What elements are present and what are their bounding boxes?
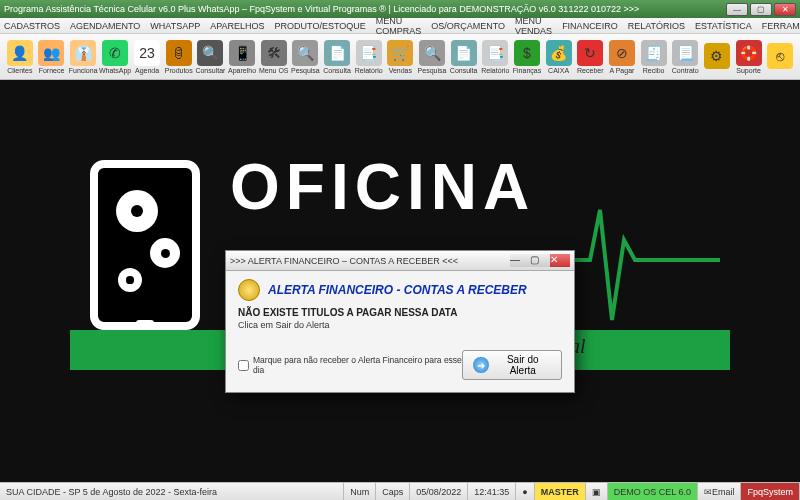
- exit-alert-label: Sair do Alerta: [495, 354, 551, 376]
- toolbar-btn-whatsapp[interactable]: ✆WhatsApp: [99, 36, 131, 78]
- menu-estatistica[interactable]: ESTATÍSTICA: [695, 21, 752, 31]
- toolbar-label: Fornece: [39, 67, 65, 74]
- menu-produto-estoque[interactable]: PRODUTO/ESTOQUE: [275, 21, 366, 31]
- suppress-alert-checkbox[interactable]: Marque para não receber o Alerta Finance…: [238, 355, 462, 375]
- CAIXA-icon: 💰: [546, 40, 572, 66]
- WhatsApp-icon: ✆: [102, 40, 128, 66]
- toolbar-btn-consultar[interactable]: 🔍Consultar: [195, 36, 227, 78]
- toolbar-label: Contrato: [672, 67, 699, 74]
- menu-relatorios[interactable]: RELATÓRIOS: [628, 21, 685, 31]
- Vendas-icon: 🛒: [387, 40, 413, 66]
- toolbar-btn-fornece[interactable]: 👥Fornece: [36, 36, 68, 78]
- phone-gear-icon: [90, 160, 200, 330]
- menu-ferramentas[interactable]: FERRAMENTAS: [762, 21, 800, 31]
- dialog-close-button[interactable]: ✕: [550, 254, 570, 267]
- toolbar-label: CAIXA: [548, 67, 569, 74]
- menu-os-orcamento[interactable]: OS/ORÇAMENTO: [431, 21, 505, 31]
- toolbar-btn-produtos[interactable]: 🛢Produtos: [163, 36, 195, 78]
- dialog-message-main: NÃO EXISTE TITULOS A PAGAR NESSA DATA: [238, 307, 562, 318]
- toolbar-btn-consulta[interactable]: 📄Consulta: [448, 36, 480, 78]
- toolbar-label: Vendas: [389, 67, 412, 74]
- toolbar-btn-a pagar[interactable]: ⊘A Pagar: [606, 36, 638, 78]
- toolbar-label: Relatório: [355, 67, 383, 74]
- close-button[interactable]: ✕: [774, 3, 796, 16]
- menu-financeiro[interactable]: FINANCEIRO: [562, 21, 618, 31]
- toolbar-btn-relatório[interactable]: 📑Relatório: [353, 36, 385, 78]
- status-db-icon: ▣: [586, 483, 608, 500]
- exit-alert-button[interactable]: ➜ Sair do Alerta: [462, 350, 562, 380]
- toolbar-label: Pesquisa: [418, 67, 447, 74]
- Agenda-icon: 23: [134, 40, 160, 66]
- window-title: Programa Assistência Técnica Celular v6.…: [4, 4, 726, 14]
- Produtos-icon: 🛢: [166, 40, 192, 66]
- toolbar-btn-consulta[interactable]: 📄Consulta: [321, 36, 353, 78]
- toolbar-label: Funciona: [69, 67, 98, 74]
- status-fpqsystem[interactable]: FpqSystem: [741, 483, 800, 500]
- toolbar-btn-finanças[interactable]: $Finanças: [511, 36, 543, 78]
- menu-agendamento[interactable]: AGENDAMENTO: [70, 21, 140, 31]
- menu-whatsapp[interactable]: WHATSAPP: [150, 21, 200, 31]
- dialog-message-sub: Clica em Sair do Alerta: [238, 320, 562, 330]
- status-date: 05/08/2022: [410, 483, 468, 500]
- Receber-icon: ↻: [577, 40, 603, 66]
- toolbar-btn-caixa[interactable]: 💰CAIXA: [543, 36, 575, 78]
- toolbar-label: Clientes: [7, 67, 32, 74]
- dialog-title: >>> ALERTA FINANCEIRO – CONTAS A RECEBER…: [230, 256, 510, 266]
- toolbar-label: A Pagar: [609, 67, 634, 74]
- Consultar-icon: 🔍: [197, 40, 223, 66]
- toolbar-btn-recibo[interactable]: 🧾Recibo: [638, 36, 670, 78]
- Relatório-icon: 📑: [356, 40, 382, 66]
- toolbar-label: Consulta: [450, 67, 478, 74]
- Suporte-icon: 🛟: [736, 40, 762, 66]
- toolbar-btn-agenda[interactable]: 23Agenda: [131, 36, 163, 78]
- toolbar-btn-clientes[interactable]: 👤Clientes: [4, 36, 36, 78]
- toolbar-label: Consultar: [195, 67, 225, 74]
- suppress-alert-label: Marque para não receber o Alerta Finance…: [253, 355, 462, 375]
- toolbar-btn-icon24[interactable]: ⎋: [764, 36, 796, 78]
- A Pagar-icon: ⊘: [609, 40, 635, 66]
- toolbar-btn-contrato[interactable]: 📃Contrato: [669, 36, 701, 78]
- status-email[interactable]: ✉ Email: [698, 483, 742, 500]
- toolbar-btn-icon22[interactable]: ⚙: [701, 36, 733, 78]
- maximize-button[interactable]: ▢: [750, 3, 772, 16]
- toolbar-label: Agenda: [135, 67, 159, 74]
- Funciona-icon: 👔: [70, 40, 96, 66]
- dialog-body: ALERTA FINANCEIRO - CONTAS A RECEBER NÃO…: [226, 271, 574, 392]
- workspace: OFICINA Assistência Técnica Especializad…: [0, 80, 800, 482]
- status-time: 12:41:35: [468, 483, 516, 500]
- toolbar-label: Aparelho: [228, 67, 256, 74]
- toolbar-label: Relatório: [481, 67, 509, 74]
- toolbar-label: Menu OS: [259, 67, 289, 74]
- menu-cadastros[interactable]: CADASTROS: [4, 21, 60, 31]
- toolbar-label: Recibo: [643, 67, 665, 74]
- toolbar-btn-aparelho[interactable]: 📱Aparelho: [226, 36, 258, 78]
- coin-icon: [238, 279, 260, 301]
- toolbar-btn-suporte[interactable]: 🛟Suporte: [733, 36, 765, 78]
- toolbar-label: Finanças: [513, 67, 541, 74]
- minimize-button[interactable]: —: [726, 3, 748, 16]
- dialog-header-text: ALERTA FINANCEIRO - CONTAS A RECEBER: [268, 283, 527, 297]
- status-demo: DEMO OS CEL 6.0: [608, 483, 698, 500]
- status-num: Num: [344, 483, 376, 500]
- dialog-header: ALERTA FINANCEIRO - CONTAS A RECEBER: [238, 279, 562, 301]
- arrow-right-icon: ➜: [473, 357, 488, 373]
- toolbar-btn-relatório[interactable]: 📑Relatório: [479, 36, 511, 78]
- menu-compras[interactable]: MENU COMPRAS: [376, 16, 422, 36]
- status-indicator-icon: ●: [516, 483, 534, 500]
- dialog-maximize-button[interactable]: ▢: [530, 254, 550, 267]
- toolbar-label: WhatsApp: [99, 67, 131, 74]
- toolbar-btn-pesquisa[interactable]: 🔍Pesquisa: [290, 36, 322, 78]
- toolbar-btn-menu os[interactable]: 🛠Menu OS: [258, 36, 290, 78]
- suppress-alert-input[interactable]: [238, 360, 249, 371]
- toolbar-btn-receber[interactable]: ↻Receber: [574, 36, 606, 78]
- toolbar-btn-funciona[interactable]: 👔Funciona: [67, 36, 99, 78]
- toolbar-btn-pesquisa[interactable]: 🔍Pesquisa: [416, 36, 448, 78]
- dialog-minimize-button[interactable]: —: [510, 254, 530, 267]
- menu-vendas[interactable]: MENU VENDAS: [515, 16, 552, 36]
- Aparelho-icon: 📱: [229, 40, 255, 66]
- menu-aparelhos[interactable]: APARELHOS: [210, 21, 264, 31]
- alert-dialog: >>> ALERTA FINANCEIRO – CONTAS A RECEBER…: [225, 250, 575, 393]
- Contrato-icon: 📃: [672, 40, 698, 66]
- Pesquisa-icon: 🔍: [419, 40, 445, 66]
- toolbar-btn-vendas[interactable]: 🛒Vendas: [385, 36, 417, 78]
